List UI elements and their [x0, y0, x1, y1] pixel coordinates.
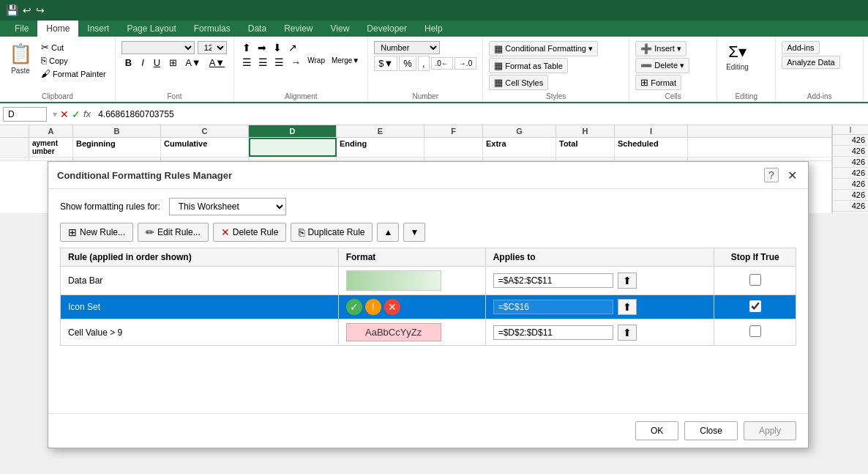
show-rules-row: Show formatting rules for: This Workshee…: [60, 198, 796, 215]
applies-to-cell: ⬆: [485, 267, 714, 295]
rule-name: Icon Set: [61, 295, 339, 319]
dialog-title: Conditional Formatting Rules Manager: [57, 170, 232, 181]
stop-if-true-checkbox-3[interactable]: [749, 325, 761, 337]
edit-rule-button[interactable]: ✏ Edit Rule...: [138, 223, 209, 242]
dialog-empty-space: [60, 346, 796, 404]
format-preview: AaBbCcYyZz: [338, 319, 485, 346]
dialog-controls: ? ✕: [764, 168, 799, 182]
col-stop-if-true: Stop If True: [714, 248, 796, 267]
conditional-formatting-dialog: Conditional Formatting Rules Manager ? ✕…: [48, 161, 809, 448]
checkmark-icon: ✓: [346, 299, 362, 315]
rules-toolbar: ⊞ New Rule... ✏ Edit Rule... ✕ Delete Ru…: [60, 223, 796, 242]
apply-button[interactable]: Apply: [744, 421, 796, 440]
stop-if-true-cell: [714, 295, 796, 319]
dialog-overlay: Conditional Formatting Rules Manager ? ✕…: [0, 0, 868, 474]
move-up-button[interactable]: ▲: [377, 223, 399, 242]
format-preview: [338, 267, 485, 295]
edit-rule-icon: ✏: [146, 226, 154, 238]
applies-to-input-3[interactable]: [493, 325, 613, 340]
format-preview: ✓ ! ✕: [338, 295, 485, 319]
close-button[interactable]: ✕: [785, 168, 799, 182]
rule-name: Cell Value > 9: [61, 319, 339, 346]
warning-icon: !: [365, 299, 381, 315]
dialog-titlebar: Conditional Formatting Rules Manager ? ✕: [48, 162, 808, 189]
dialog-body: Show formatting rules for: This Workshee…: [48, 189, 808, 413]
table-row[interactable]: Icon Set ✓ ! ✕ ⬆: [61, 295, 796, 319]
stop-if-true-checkbox-1[interactable]: [749, 274, 761, 286]
range-picker-button-3[interactable]: ⬆: [618, 325, 637, 341]
dialog-footer: OK Close Apply: [48, 413, 808, 448]
delete-rule-button[interactable]: ✕ Delete Rule: [213, 223, 287, 242]
col-rule: Rule (applied in order shown): [61, 248, 339, 267]
show-rules-select[interactable]: This Worksheet Current Selection Sheet1: [169, 198, 286, 215]
ok-button[interactable]: OK: [635, 421, 678, 440]
col-applies-to: Applies to: [485, 248, 714, 267]
rules-table: Rule (applied in order shown) Format App…: [60, 248, 796, 346]
applies-to-input-2[interactable]: [493, 300, 613, 314]
stop-if-true-cell: [714, 319, 796, 346]
new-rule-icon: ⊞: [68, 226, 77, 238]
close-dialog-button[interactable]: Close: [684, 421, 738, 440]
show-rules-label: Show formatting rules for:: [60, 201, 160, 212]
applies-to-cell: ⬆: [485, 295, 714, 319]
move-down-button[interactable]: ▼: [403, 223, 425, 242]
range-picker-button-1[interactable]: ⬆: [618, 273, 637, 289]
delete-rule-icon: ✕: [221, 226, 230, 238]
range-picker-button-2[interactable]: ⬆: [618, 299, 637, 315]
rule-name: Data Bar: [61, 267, 339, 295]
stop-if-true-cell: [714, 267, 796, 295]
stop-if-true-checkbox-2[interactable]: [749, 300, 761, 312]
error-icon: ✕: [384, 299, 400, 315]
applies-to-cell: ⬆: [485, 319, 714, 346]
table-row[interactable]: Cell Value > 9 AaBbCcYyZz ⬆: [61, 319, 796, 346]
help-button[interactable]: ?: [764, 168, 779, 182]
col-format: Format: [338, 248, 485, 267]
icon-set-preview: ✓ ! ✕: [346, 299, 478, 315]
table-header-row: Rule (applied in order shown) Format App…: [61, 248, 796, 267]
duplicate-rule-button[interactable]: ⎘ Duplicate Rule: [291, 223, 373, 242]
data-bar-preview: [346, 270, 441, 291]
duplicate-rule-icon: ⎘: [299, 226, 304, 238]
applies-to-input-1[interactable]: [493, 273, 613, 288]
table-row[interactable]: Data Bar ⬆: [61, 267, 796, 295]
text-preview: AaBbCcYyZz: [346, 323, 441, 341]
new-rule-button[interactable]: ⊞ New Rule...: [60, 223, 133, 242]
